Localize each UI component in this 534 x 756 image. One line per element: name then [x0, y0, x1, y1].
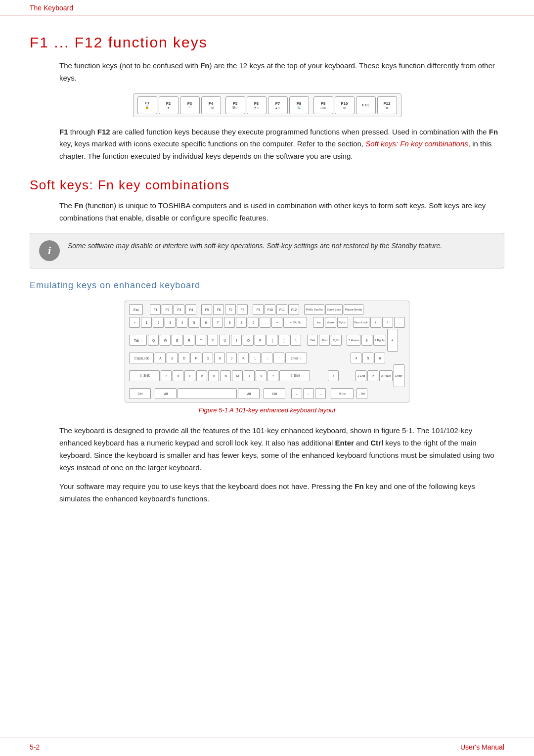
kb-num5: 5	[362, 353, 373, 363]
kb-num-star: *	[382, 317, 393, 328]
kb-num-slash: /	[370, 317, 381, 328]
kb-m: M	[232, 370, 243, 381]
kb-f12: F12	[288, 304, 299, 315]
kb-ctrl-r: Ctrl	[264, 388, 285, 399]
kb-f11: F11	[276, 304, 287, 315]
fkey-f5: F5 ☰/○	[225, 96, 245, 114]
f1-bold: F1	[59, 128, 68, 136]
footer: 5-2 User's Manual	[0, 738, 534, 756]
kb-row-asdf: CapsLock A S D F G H J K L ; ' Enter ←	[129, 353, 404, 363]
footer-page-num: 5-2	[30, 743, 40, 751]
header-title: The Keyboard	[30, 4, 73, 12]
kb-space	[178, 388, 237, 399]
kb-semicolon: ;	[262, 353, 272, 363]
kb-rbrace: ]	[278, 335, 289, 346]
kb-backslash: \	[290, 335, 301, 346]
subsection-para1: The keyboard is designed to provide all …	[59, 425, 504, 474]
kb-alt-l: Alt	[155, 388, 177, 399]
kb-b: B	[208, 370, 219, 381]
kb-period: >	[256, 370, 267, 381]
fig-caption: Figure 5-1 A 101-key enhanced keyboard l…	[199, 406, 336, 414]
kb-v: V	[196, 370, 207, 381]
soft-keys-link[interactable]: Soft keys: Fn key combinations	[365, 139, 468, 148]
kb-f6: F6	[213, 304, 224, 315]
kb-capslock: CapsLock	[129, 353, 154, 363]
kb-y: Y	[207, 335, 218, 346]
kb-num-plus: +	[387, 329, 398, 352]
section1-para1: The function keys (not to be confused wi…	[59, 60, 504, 85]
kb-f9: F9	[253, 304, 264, 315]
kb-d: D	[178, 353, 189, 363]
kb-pgup-r: PgUp	[337, 317, 348, 328]
footer-manual-title: User's Manual	[460, 743, 504, 751]
kb-row-qwerty: Tab→ Q W E R T Y U I O P [ ] \ Del End	[129, 329, 404, 352]
kb-0: 0	[248, 317, 259, 328]
kb-alt-r: Alt	[238, 388, 260, 399]
kb-n: N	[220, 370, 231, 381]
kb-home: Home	[325, 317, 336, 328]
fn-bold4: Fn	[355, 482, 363, 490]
keyboard-wrapper: Esc F1 F2 F3 F4 F5 F6 F7 F8 F9 F10 F11 F…	[125, 301, 409, 422]
kb-9: 9	[236, 317, 247, 328]
keyboard-diagram: Esc F1 F2 F3 F4 F5 F6 F7 F8 F9 F10 F11 F…	[125, 301, 409, 402]
kb-row-zxcv: ⇧ Shift Z X C V B N M < > ? ⇧ Shift ↑	[129, 364, 404, 387]
kb-minus: -	[260, 317, 270, 328]
kb-numdel: . Del	[356, 388, 367, 399]
kb-1: 1	[141, 317, 152, 328]
kb-num7: 7 Home	[347, 335, 360, 346]
fn-bold: Fn	[200, 61, 209, 70]
kb-f7: F7	[225, 304, 236, 315]
kb-tab: Tab→	[129, 335, 147, 346]
kb-lbrace: [	[267, 335, 277, 346]
f12-bold: F12	[97, 128, 110, 136]
kb-backspace: ← Bk Sp	[283, 317, 307, 328]
kb-a: A	[155, 353, 166, 363]
kb-num0: 0 Ins	[331, 388, 354, 399]
keyboard-diagram-container: Esc F1 F2 F3 F4 F5 F6 F7 F8 F9 F10 F11 F…	[30, 301, 504, 422]
kb-6: 6	[200, 317, 211, 328]
fkey-f11: F11	[356, 96, 376, 114]
kb-7: 7	[212, 317, 223, 328]
kb-u: U	[219, 335, 230, 346]
kb-ins: Ins	[313, 317, 324, 328]
kb-pgdn-r: PgDn	[331, 335, 342, 346]
kb-j: J	[226, 353, 237, 363]
kb-num3: 3 PgDn	[379, 370, 392, 381]
kb-f4: F4	[185, 304, 196, 315]
section2-heading: Soft keys: Fn key combinations	[30, 178, 504, 193]
fkey-f2: F2 ●	[159, 96, 178, 114]
kb-plus: +	[271, 317, 282, 328]
main-content: F1 ... F12 function keys The function ke…	[0, 15, 534, 552]
kb-arrow-up: ↑	[328, 370, 339, 381]
kb-z: Z	[161, 370, 172, 381]
kb-3: 3	[165, 317, 176, 328]
fkey-f3: F3 →□	[180, 96, 200, 114]
kb-row-bottom: Ctrl Alt Alt Ctrl ← ↓ → 0 Ins . Del	[129, 388, 404, 399]
kb-r: R	[183, 335, 194, 346]
kb-row-num: ~ 1 2 3 4 5 6 7 8 9 0 - + ← Bk Sp Ins H	[129, 317, 404, 328]
fkeys-row: F1 🔒 F2 ● F3 →□ F4 →▤ F5 ☰/○ F6 ▼☆	[133, 93, 401, 117]
kb-f: F	[190, 353, 201, 363]
fkey-f12: F12 ▦	[377, 96, 397, 114]
kb-h: H	[214, 353, 225, 363]
subsection-para2: Your software may require you to use key…	[59, 481, 504, 505]
kb-5: 5	[188, 317, 199, 328]
fkey-f1: F1 🔒	[137, 96, 157, 114]
kb-gap1	[144, 304, 149, 315]
kb-e: E	[172, 335, 182, 346]
kb-f5: F5	[201, 304, 212, 315]
fkeys-diagram: F1 🔒 F2 ● F3 →□ F4 →▤ F5 ☰/○ F6 ▼☆	[30, 93, 504, 117]
header-bar: The Keyboard	[0, 0, 534, 15]
kb-q: Q	[148, 335, 159, 346]
fkey-f7: F7 ▲☆	[268, 96, 288, 114]
kb-comma: <	[244, 370, 255, 381]
ctrl-bold: Ctrl	[370, 439, 383, 447]
enter-bold: Enter	[335, 439, 354, 447]
kb-f8: F8	[237, 304, 248, 315]
kb-esc: Esc	[129, 304, 143, 315]
kb-arrow-right: →	[315, 388, 326, 399]
kb-numenter: Enter	[394, 364, 404, 387]
kb-slash: ?	[267, 370, 278, 381]
kb-prtsc: PrtSc SysRq	[304, 304, 324, 315]
kb-pause: Pause Break	[344, 304, 363, 315]
